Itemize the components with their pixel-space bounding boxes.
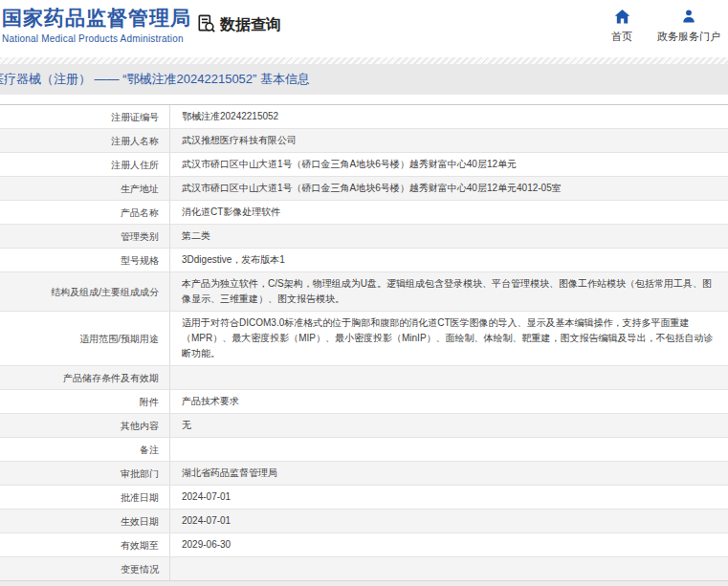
row-value: 第二类 [170,225,728,248]
row-label-text: 附件 [140,395,159,409]
row-label-text: 产品储存条件及有效期 [63,371,159,385]
breadcrumb-band: 医疗器械（注册） —— “鄂械注准20242215052” 基本信息 [0,64,728,95]
user-icon [681,9,696,26]
row-value-text: 鄂械注准20242215052 [182,109,278,124]
row-label-text: 型号规格 [121,253,159,268]
row-label-text: 其他内容 [121,419,159,433]
row-value [170,438,728,461]
footer-band [0,580,728,586]
table-row: 备注 [0,438,728,462]
app-title: 数据查询 [220,15,281,35]
row-label-text: 生效日期 [121,514,159,529]
nav-portal-label: 政务服务门户 [657,30,720,44]
page-header: 国家药品监督管理局 National Medical Products Admi… [0,0,728,57]
row-value: 武汉推想医疗科技有限公司 [170,129,728,152]
table-row: 生效日期2024-07-01 [0,510,728,533]
row-value: 2029-06-30 [170,533,728,556]
row-value [170,557,728,580]
row-value-text: 适用于对符合DICOM3.0标准格式的位于胸部和腹部的消化道CT医学图像的导入、… [182,315,720,361]
table-row: 其他内容无 [0,414,728,438]
row-label: 有效期至 [0,533,170,556]
table-row: 审批部门湖北省药品监督管理局 [0,462,728,486]
row-value: 3Ddigestive，发布版本1 [170,249,728,271]
row-value-text: 3Ddigestive，发布版本1 [182,252,285,268]
row-label: 审批部门 [0,462,170,485]
table-row: 生产地址武汉市硚口区中山大道1号（硚口金三角A地块6号楼）越秀财富中心40层12… [0,177,728,201]
row-label-text: 有效期至 [121,538,159,553]
table-row: 结构及组成/主要组成成分本产品为独立软件，C/S架构，物理组成为U盘。逻辑组成包… [0,272,728,312]
table-row: 批准日期2024-07-01 [0,486,728,510]
row-label-text: 注册证编号 [111,110,159,124]
row-label-text: 管理类别 [121,229,159,244]
row-label: 附件 [0,390,170,413]
spacer [0,95,728,104]
row-label-text: 备注 [140,443,159,457]
row-label-text: 审批部门 [121,467,159,481]
row-value-text: 消化道CT影像处理软件 [182,205,280,220]
info-table: 注册证编号鄂械注准20242215052注册人名称武汉推想医疗科技有限公司注册人… [0,104,728,586]
org-subtitle: National Medical Products Administration [2,33,191,44]
table-row: 变更情况 [0,557,728,581]
data-query-home[interactable]: 数据查询 [195,12,281,38]
document-search-icon [195,12,217,38]
row-value-text: 无 [182,418,191,433]
row-label: 备注 [0,438,170,461]
row-label: 注册人住所 [0,153,170,176]
row-value: 武汉市硚口区中山大道1号（硚口金三角A地块6号楼）越秀财富中心40层12单元 [170,153,728,176]
row-value: 消化道CT影像处理软件 [170,201,728,224]
table-row: 适用范围/预期用途适用于对符合DICOM3.0标准格式的位于胸部和腹部的消化道C… [0,312,728,366]
breadcrumb: 医疗器械（注册） —— “鄂械注准20242215052” 基本信息 [0,64,310,95]
table-row: 型号规格3Ddigestive，发布版本1 [0,249,728,272]
table-row: 注册人住所武汉市硚口区中山大道1号（硚口金三角A地块6号楼）越秀财富中心40层1… [0,153,728,177]
home-icon [614,9,630,26]
row-value-text: 2029-06-30 [182,537,231,553]
row-label: 注册证编号 [0,105,170,128]
row-label-text: 适用范围/预期用途 [79,332,159,346]
row-value: 湖北省药品监督管理局 [170,462,728,485]
row-value-text: 武汉市硚口区中山大道1号（硚口金三角A地块6号楼）越秀财富中心40层12单元40… [182,181,562,196]
row-label: 生产地址 [0,177,170,200]
row-value-text: 2024-07-01 [182,513,231,529]
row-label: 生效日期 [0,510,170,532]
table-row: 注册证编号鄂械注准20242215052 [0,105,728,129]
row-label: 适用范围/预期用途 [0,312,170,365]
row-label-text: 变更情况 [121,562,159,576]
row-value-text: 第二类 [182,228,210,244]
row-value-text: 武汉市硚口区中山大道1号（硚口金三角A地块6号楼）越秀财富中心40层12单元 [182,157,517,172]
row-label-text: 产品名称 [121,206,159,220]
table-row: 产品储存条件及有效期 [0,366,728,390]
row-label: 其他内容 [0,414,170,437]
nav-home-label: 首页 [611,30,632,44]
org-logo: 国家药品监督管理局 National Medical Products Admi… [2,7,191,44]
row-label: 注册人名称 [0,129,170,152]
row-label-text: 注册人住所 [111,158,159,172]
table-row: 管理类别第二类 [0,225,728,249]
org-title: 国家药品监督管理局 [2,7,191,30]
row-label: 变更情况 [0,557,170,580]
row-value: 本产品为独立软件，C/S架构，物理组成为U盘。逻辑组成包含登录模块、平台管理模块… [170,272,728,311]
row-label: 结构及组成/主要组成成分 [0,272,170,311]
row-label: 产品名称 [0,201,170,224]
row-value: 鄂械注准20242215052 [170,105,728,128]
table-row: 有效期至2029-06-30 [0,533,728,557]
row-value-text: 武汉推想医疗科技有限公司 [182,133,297,148]
row-value: 产品技术要求 [170,390,728,413]
hatched-divider [0,57,728,64]
row-value: 2024-07-01 [170,510,728,532]
table-row: 注册人名称武汉推想医疗科技有限公司 [0,129,728,153]
row-label: 产品储存条件及有效期 [0,366,170,389]
table-row: 产品名称消化道CT影像处理软件 [0,201,728,225]
row-label: 批准日期 [0,486,170,509]
row-label-text: 生产地址 [121,182,159,196]
row-label-text: 结构及组成/主要组成成分 [51,285,159,299]
row-value-text: 本产品为独立软件，C/S架构，物理组成为U盘。逻辑组成包含登录模块、平台管理模块… [182,276,720,307]
row-value: 适用于对符合DICOM3.0标准格式的位于胸部和腹部的消化道CT医学图像的导入、… [170,312,728,365]
row-value: 无 [170,414,728,437]
header-nav: 首页 政务服务门户 [606,9,720,44]
row-value-text: 2024-07-01 [182,489,231,505]
nav-home[interactable]: 首页 [606,9,638,44]
row-value: 2024-07-01 [170,486,728,509]
nav-portal[interactable]: 政务服务门户 [657,9,720,44]
row-value-text: 湖北省药品监督管理局 [182,466,277,481]
row-value: 武汉市硚口区中山大道1号（硚口金三角A地块6号楼）越秀财富中心40层12单元40… [170,177,728,200]
